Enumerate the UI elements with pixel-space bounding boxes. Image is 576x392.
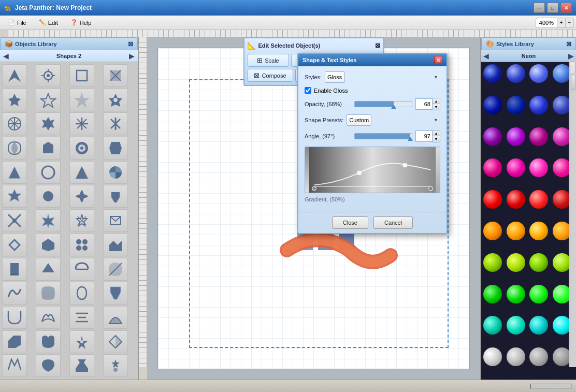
dialog-close-button[interactable]: ✕ [434, 56, 442, 64]
style-ball[interactable] [507, 222, 525, 240]
nav-next-button[interactable]: ▶ [129, 52, 135, 60]
shape-cell[interactable] [69, 258, 94, 281]
shape-cell[interactable] [36, 209, 61, 232]
shape-cell[interactable] [103, 185, 128, 208]
shape-cell[interactable] [36, 185, 61, 208]
edit-menu[interactable]: ✏️ Edit [33, 17, 64, 28]
shape-cell[interactable] [36, 330, 61, 353]
shape-cell[interactable] [2, 185, 27, 208]
shape-cell[interactable] [69, 89, 94, 111]
compose-button[interactable]: ⊠ Compose [247, 69, 293, 82]
shape-cell[interactable] [69, 137, 94, 159]
shape-cell[interactable] [2, 209, 27, 232]
shape-cell[interactable] [69, 234, 94, 256]
styles-select[interactable]: Gloss Flat Matte [325, 71, 345, 83]
style-ball[interactable] [529, 127, 548, 146]
style-ball[interactable] [529, 158, 548, 177]
style-ball[interactable] [507, 347, 525, 366]
shape-cell[interactable] [103, 209, 128, 232]
shape-cell[interactable] [69, 185, 94, 208]
shape-cell[interactable] [2, 306, 27, 329]
opacity-slider[interactable] [354, 101, 412, 107]
help-menu[interactable]: ❓ Help [65, 17, 97, 28]
shape-cell[interactable] [2, 330, 27, 353]
shape-cell[interactable] [36, 306, 61, 329]
shape-cell[interactable] [103, 234, 128, 256]
opacity-down-button[interactable]: ▼ [433, 104, 440, 110]
shape-cell[interactable] [2, 354, 27, 377]
shape-cell[interactable] [36, 258, 61, 281]
scale-button[interactable]: ⊞ Scale [247, 54, 289, 67]
shape-cell[interactable] [69, 306, 94, 329]
style-ball[interactable] [483, 285, 502, 303]
shape-cell[interactable] [36, 112, 61, 135]
style-ball[interactable] [507, 253, 525, 272]
style-ball[interactable] [507, 158, 525, 177]
style-ball[interactable] [507, 127, 525, 146]
style-ball[interactable] [529, 190, 548, 209]
shape-cell[interactable] [69, 354, 94, 377]
shape-cell[interactable] [36, 89, 61, 111]
style-ball[interactable] [529, 64, 548, 83]
shape-cell[interactable] [69, 112, 94, 135]
style-ball[interactable] [483, 96, 502, 114]
angle-down-button[interactable]: ▼ [433, 136, 440, 142]
style-ball[interactable] [483, 158, 502, 177]
shape-cell[interactable] [69, 161, 94, 184]
shape-cell[interactable] [36, 354, 61, 377]
zoom-up-button[interactable]: + [557, 18, 565, 27]
style-ball[interactable] [507, 64, 525, 83]
shape-cell[interactable] [2, 137, 27, 159]
style-ball[interactable] [483, 190, 502, 209]
shape-cell[interactable] [2, 112, 27, 135]
shape-cell[interactable] [103, 330, 128, 353]
opacity-input[interactable] [415, 98, 432, 110]
close-button[interactable]: Close [332, 216, 368, 229]
styles-nav-next[interactable]: ▶ [568, 52, 574, 60]
enable-gloss-checkbox[interactable] [305, 87, 311, 94]
angle-slider[interactable] [354, 133, 412, 139]
style-ball[interactable] [483, 127, 502, 146]
shape-cell[interactable] [103, 354, 128, 377]
shape-cell[interactable] [103, 112, 128, 135]
style-ball[interactable] [507, 285, 525, 303]
style-ball[interactable] [483, 316, 502, 335]
gradient-canvas[interactable] [305, 147, 440, 193]
style-ball[interactable] [507, 316, 525, 335]
style-ball[interactable] [507, 96, 525, 114]
style-ball[interactable] [529, 253, 548, 272]
style-ball[interactable] [529, 316, 548, 335]
zoom-down-button[interactable]: − [565, 18, 573, 27]
shape-cell[interactable] [36, 234, 61, 256]
shape-cell[interactable] [36, 137, 61, 159]
shape-cell[interactable] [103, 258, 128, 281]
styles-scrollbar[interactable] [570, 74, 576, 367]
shape-cell[interactable] [2, 282, 27, 304]
style-ball[interactable] [483, 347, 502, 366]
objects-library-close[interactable]: ⊠ [128, 40, 133, 48]
file-menu[interactable]: 📄 File [2, 17, 32, 28]
shape-cell[interactable] [36, 161, 61, 184]
shape-cell[interactable] [69, 209, 94, 232]
shape-cell[interactable] [103, 64, 128, 87]
style-ball[interactable] [529, 285, 548, 303]
canvas-area[interactable]: 📐 Edit Selected Object(s) ⊠ ⊞ Scale ↻ Ro… [147, 37, 480, 380]
style-ball[interactable] [529, 96, 548, 114]
minimize-button[interactable]: ─ [534, 3, 545, 13]
angle-input[interactable] [415, 130, 432, 142]
angle-up-button[interactable]: ▲ [433, 130, 440, 136]
edit-toolbar-close[interactable]: ⊠ [375, 42, 380, 49]
shape-cell[interactable] [69, 282, 94, 304]
nav-prev-button[interactable]: ◀ [3, 52, 9, 60]
style-ball[interactable] [483, 253, 502, 272]
opacity-up-button[interactable]: ▲ [433, 98, 440, 104]
style-ball[interactable] [529, 347, 548, 366]
shape-cell[interactable] [69, 64, 94, 87]
maximize-button[interactable]: □ [547, 3, 558, 13]
shape-cell[interactable] [69, 330, 94, 353]
close-button[interactable]: ✕ [560, 3, 572, 13]
shape-cell[interactable] [2, 161, 27, 184]
style-ball[interactable] [507, 190, 525, 209]
styles-library-close[interactable]: ⊠ [566, 40, 571, 48]
shape-cell[interactable] [2, 64, 27, 87]
